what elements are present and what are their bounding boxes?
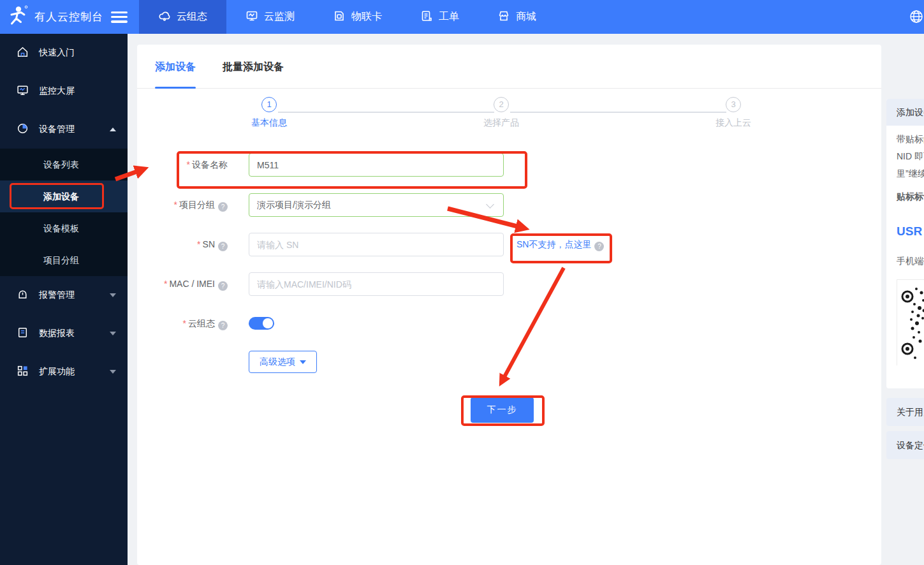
sidebar-item-label: 设备管理 (39, 124, 75, 135)
qr-code (897, 279, 924, 365)
brand: 有人云控制台 (0, 0, 139, 34)
step-label: 接入上云 (689, 117, 778, 129)
step-number: 3 (726, 97, 741, 112)
sidebar-item-alarm-management[interactable]: 报警管理 (0, 276, 128, 314)
help-text-line: NID 即可 (897, 148, 924, 165)
chevron-down-icon (110, 370, 116, 374)
help-card-title[interactable]: 添加设备 (886, 99, 924, 126)
sidebar-item-label: 快速入门 (39, 47, 75, 59)
nav-label: 商城 (516, 10, 536, 24)
required-asterisk: * (187, 159, 190, 170)
step-number: 1 (261, 97, 277, 112)
next-step-button[interactable]: 下一步 (471, 397, 534, 423)
nav-work-order[interactable]: 工单 (401, 0, 478, 34)
help-card-body: 带贴标的 NID 即可 里”继续 贴标标识 USR Cloud 手机端扫码 (886, 126, 924, 388)
sidebar-item-project-group[interactable]: 项目分组 (0, 244, 128, 276)
nav-label: 工单 (439, 10, 459, 24)
menu-icon[interactable] (111, 11, 128, 23)
add-device-card: 添加设备 批量添加设备 1 基本信息 2 选择产品 3 接入上云 *设备名称 *… (137, 45, 881, 565)
chevron-down-icon (110, 332, 116, 335)
help-question-icon[interactable]: ? (218, 202, 228, 212)
help-question-icon[interactable]: ? (218, 321, 228, 330)
mac-imei-label: *MAC / IMEI? (137, 279, 228, 291)
nav-cloud-monitor[interactable]: 云监测 (226, 0, 314, 34)
sidebar-item-label: 报警管理 (39, 290, 75, 301)
nav-label: 物联卡 (351, 10, 382, 24)
step-connector (510, 112, 726, 113)
sidebar-item-device-list[interactable]: 设备列表 (0, 149, 128, 180)
sn-label: *SN? (137, 239, 228, 251)
app-title: 有人云控制台 (34, 10, 103, 24)
sn-not-supported-link[interactable]: SN不支持，点这里? (517, 239, 604, 251)
help-text-strong: 贴标标识 (897, 188, 924, 205)
step-label: 选择产品 (457, 117, 546, 129)
project-group-label: *项目分组? (137, 200, 228, 212)
sidebar-item-label: 数据报表 (39, 328, 75, 339)
sidebar: 快速入门 监控大屏 设备管理 设备列表 添加设备 设备模板 项目分组 (0, 34, 128, 565)
sn-input[interactable] (249, 233, 504, 256)
chevron-up-icon (110, 128, 116, 131)
sidebar-item-extensions[interactable]: 扩展功能 (0, 353, 128, 391)
nav-cloud-scada[interactable]: 云组态 (139, 0, 226, 34)
step-number: 2 (494, 97, 509, 112)
cloud-scada-toggle[interactable] (249, 317, 274, 330)
sidebar-item-device-management[interactable]: 设备管理 (0, 110, 128, 149)
top-nav: 云组态 云监测 物联卡 (139, 0, 555, 34)
sidebar-item-add-device[interactable]: 添加设备 (0, 180, 128, 212)
pie-chart-icon (17, 122, 39, 136)
help-card-add-device: 添加设备 带贴标的 NID 即可 里”继续 贴标标识 USR Cloud 手机端… (886, 99, 924, 388)
report-icon (17, 327, 39, 341)
step-label: 基本信息 (224, 117, 314, 129)
step-connector (278, 112, 494, 113)
required-asterisk: * (174, 200, 177, 210)
mac-imei-input[interactable] (249, 272, 504, 296)
store-icon (497, 10, 516, 25)
required-asterisk: * (164, 279, 167, 289)
home-icon (17, 46, 39, 60)
cloud-icon (158, 10, 177, 25)
help-card-device-location[interactable]: 设备定位 (886, 431, 924, 459)
device-management-submenu: 设备列表 添加设备 设备模板 项目分组 (0, 149, 128, 276)
project-group-select[interactable] (249, 193, 504, 217)
step-select-product: 2 选择产品 (457, 97, 546, 129)
work-order-icon (420, 10, 439, 25)
step-basic-info: 1 基本信息 (224, 97, 314, 129)
nav-iot-sim[interactable]: 物联卡 (314, 0, 401, 34)
nav-mall[interactable]: 商城 (478, 0, 555, 34)
grid-apps-icon (17, 365, 39, 379)
top-bar: 有人云控制台 云组态 云监测 (0, 0, 924, 34)
sim-card-icon (333, 10, 351, 25)
device-name-input[interactable] (249, 153, 504, 177)
sidebar-item-device-template[interactable]: 设备模板 (0, 212, 128, 244)
help-text-line: 带贴标的 (897, 131, 924, 148)
usr-cloud-brand-text: USR Cloud (897, 224, 924, 238)
sidebar-item-monitor-screen[interactable]: 监控大屏 (0, 72, 128, 110)
help-question-icon[interactable]: ? (218, 281, 228, 291)
nav-label: 云监测 (264, 10, 295, 24)
big-screen-icon (17, 84, 39, 98)
step-connect-cloud: 3 接入上云 (689, 97, 778, 129)
nav-label: 云组态 (177, 10, 207, 24)
tab-bar: 添加设备 批量添加设备 (137, 45, 881, 89)
cloud-scada-label: *云组态? (137, 318, 228, 330)
help-card-about-user[interactable]: 关于用户 (886, 398, 924, 426)
help-question-icon[interactable]: ? (218, 242, 228, 251)
tab-add-device[interactable]: 添加设备 (155, 45, 196, 88)
chevron-down-icon (110, 293, 116, 297)
alarm-bell-icon (17, 288, 39, 302)
advanced-options-button[interactable]: 高级选项 (249, 351, 317, 373)
help-text-line: 里”继续 (897, 165, 924, 182)
required-asterisk: * (197, 239, 200, 249)
sidebar-item-data-report[interactable]: 数据报表 (0, 314, 128, 353)
sidebar-item-quick-start[interactable]: 快速入门 (0, 34, 128, 72)
chevron-down-icon (300, 360, 306, 364)
tab-batch-add-device[interactable]: 批量添加设备 (223, 45, 284, 88)
device-name-label: *设备名称 (137, 159, 228, 171)
help-text-line: 手机端扫码 (897, 253, 924, 270)
help-panel: 添加设备 带贴标的 NID 即可 里”继续 贴标标识 USR Cloud 手机端… (886, 99, 924, 459)
required-asterisk: * (183, 318, 186, 328)
language-globe-icon[interactable] (909, 9, 924, 27)
usr-mascot-logo (5, 4, 29, 31)
monitor-chart-icon (246, 10, 264, 25)
help-question-icon[interactable]: ? (594, 242, 604, 251)
